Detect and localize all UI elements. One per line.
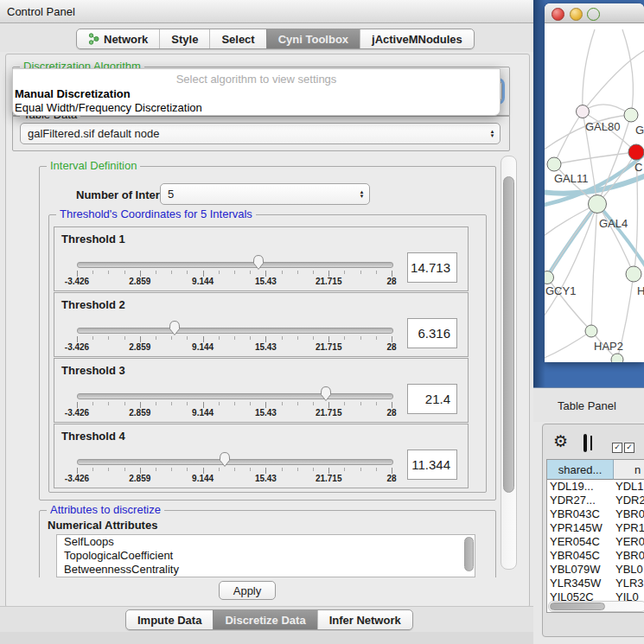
slider-tick-label: 21.715 bbox=[316, 408, 342, 418]
table-row[interactable]: YBR045CYBR0 bbox=[547, 549, 644, 563]
network-node-gal11[interactable] bbox=[547, 157, 561, 171]
slider-tick bbox=[250, 336, 251, 340]
threshold-1-slider-thumb[interactable] bbox=[252, 254, 265, 271]
threshold-2-value-field[interactable]: 6.316 bbox=[407, 318, 457, 348]
slider-tick bbox=[250, 468, 251, 471]
apply-button[interactable]: Apply bbox=[219, 581, 276, 600]
network-window: GAL80GACGAL11GAL4HGCY1HAP2 bbox=[545, 3, 644, 362]
apply-button-label: Apply bbox=[233, 584, 262, 597]
table-row[interactable]: YPR145WYPR1 bbox=[547, 521, 644, 535]
main-scrollbar-thumb[interactable] bbox=[503, 176, 514, 493]
bottom-tab-impute-data-label: Impute Data bbox=[137, 614, 201, 627]
slider-tick bbox=[219, 402, 220, 405]
slider-tick-label: 28 bbox=[386, 474, 396, 483]
table-cell-name: YLR3 bbox=[614, 577, 644, 590]
network-node-hap2[interactable] bbox=[585, 325, 597, 337]
table-cell-name: YBR0 bbox=[614, 507, 644, 521]
main-scrollbar[interactable] bbox=[501, 156, 517, 570]
threshold-1-slider-track[interactable] bbox=[77, 262, 393, 268]
table-row[interactable]: YLR345WYLR3 bbox=[547, 577, 644, 590]
threshold-2-slider-track[interactable] bbox=[77, 328, 393, 334]
bottom-tab-impute-data[interactable]: Impute Data bbox=[126, 610, 213, 629]
slider-tick bbox=[234, 402, 235, 405]
slider-tick bbox=[171, 468, 172, 471]
network-node-h[interactable] bbox=[626, 266, 641, 282]
table-cell-shared-name: YDR27... bbox=[547, 494, 614, 507]
attribute-item-betweennesscentrality[interactable]: BetweennessCentrality bbox=[57, 563, 475, 577]
network-node[interactable] bbox=[611, 354, 623, 362]
numerical-attributes-label: Numerical Attributes bbox=[48, 519, 157, 532]
network-node-c[interactable] bbox=[628, 144, 644, 160]
column-layout-icon[interactable] bbox=[583, 434, 587, 452]
network-node-gcy1[interactable] bbox=[545, 271, 554, 284]
slider-tick bbox=[108, 468, 109, 471]
column-header-shared-name[interactable]: shared... bbox=[547, 460, 614, 480]
slider-tick bbox=[187, 468, 188, 471]
combo-stepper-icon: ▲▼ bbox=[354, 190, 369, 199]
threshold-3-slider-thumb[interactable] bbox=[319, 386, 333, 402]
table-panel-title: Table Panel bbox=[558, 399, 616, 412]
checkbox-filter-icons[interactable]: ✓✓ bbox=[612, 437, 636, 453]
threshold-3-label: Threshold 3 bbox=[61, 364, 125, 377]
table-cell-shared-name: YPR145W bbox=[547, 521, 614, 535]
network-node-ga[interactable] bbox=[624, 108, 638, 122]
threshold-4-slider-thumb[interactable] bbox=[218, 451, 232, 468]
tab-jactivemnodules[interactable]: jActiveMNodules bbox=[360, 29, 474, 48]
table-data-combo[interactable]: galFiltered.sif default node ▲▼ bbox=[20, 123, 501, 144]
threshold-3-value-field[interactable]: 21.4 bbox=[407, 384, 457, 414]
slider-tick bbox=[328, 468, 329, 474]
slider-tick-label: 28 bbox=[386, 408, 396, 418]
node-table[interactable]: shared... n YDL19...YDL1YDR27...YDR2YBR0… bbox=[546, 459, 644, 613]
num-intervals-combo[interactable]: 5 ▲▼ bbox=[160, 183, 370, 205]
threshold-1-value-field[interactable]: 14.713 bbox=[407, 252, 457, 283]
popup-item-manual[interactable]: Manual Discretization bbox=[15, 87, 131, 100]
table-row[interactable]: YER054CYER0 bbox=[547, 535, 644, 549]
slider-tick-label: 9.144 bbox=[192, 474, 214, 483]
slider-tick-label: 9.144 bbox=[192, 408, 214, 418]
attribute-item-topologicalcoefficient[interactable]: TopologicalCoefficient bbox=[57, 549, 475, 563]
num-intervals-value: 5 bbox=[168, 188, 174, 201]
slider-tick-label: 2.859 bbox=[129, 277, 150, 286]
slider-tick-label: 9.144 bbox=[192, 277, 214, 286]
table-row[interactable]: YBR043CYBR0 bbox=[547, 507, 644, 521]
slider-tick-label: -3.426 bbox=[65, 474, 89, 483]
table-h-scrollbar[interactable] bbox=[548, 601, 644, 612]
bottom-tab-discretize-data[interactable]: Discretize Data bbox=[213, 610, 316, 629]
slider-tick bbox=[344, 402, 345, 405]
gear-icon[interactable]: ⚙ bbox=[553, 433, 568, 450]
table-h-scrollbar-thumb[interactable] bbox=[550, 603, 605, 610]
threshold-4-value-field[interactable]: 11.344 bbox=[407, 450, 457, 480]
zoom-traffic-light-icon[interactable] bbox=[587, 8, 600, 21]
tab-network[interactable]: Network bbox=[77, 29, 159, 48]
numerical-attributes-list[interactable]: SelfLoopsTopologicalCoefficientBetweenne… bbox=[56, 534, 475, 577]
table-panel-header: Table Panel bbox=[533, 387, 644, 422]
bottom-tab-infer-network[interactable]: Infer Network bbox=[317, 610, 412, 629]
threshold-2-slider-thumb[interactable] bbox=[168, 320, 182, 336]
top-tab-bar: NetworkStyleSelectCyni ToolboxjActiveMNo… bbox=[0, 23, 533, 52]
minimize-traffic-light-icon[interactable] bbox=[570, 8, 583, 21]
popup-item-equal-width[interactable]: Equal Width/Frequency Discretization bbox=[15, 101, 202, 114]
table-header-row: shared... n bbox=[547, 460, 644, 480]
tab-select[interactable]: Select bbox=[209, 29, 265, 48]
slider-tick-label: 2.859 bbox=[129, 342, 150, 352]
slider-tick bbox=[140, 271, 141, 277]
threshold-3-slider-track[interactable] bbox=[77, 393, 393, 399]
network-node-gal80[interactable] bbox=[577, 105, 590, 118]
table-row[interactable]: YDR27...YDR2 bbox=[547, 494, 644, 507]
slider-tick bbox=[124, 468, 125, 471]
attributes-scrollbar-thumb[interactable] bbox=[464, 537, 474, 571]
slider-tick bbox=[297, 402, 298, 405]
popup-hint: Select algorithm to view settings bbox=[13, 73, 500, 86]
network-canvas[interactable]: GAL80GACGAL11GAL4HGCY1HAP2 bbox=[545, 22, 644, 362]
column-header-name[interactable]: n bbox=[614, 460, 644, 480]
slider-tick bbox=[124, 271, 125, 274]
tab-style[interactable]: Style bbox=[159, 29, 209, 48]
attribute-item-selfloops[interactable]: SelfLoops bbox=[57, 535, 475, 549]
network-node-gal4[interactable] bbox=[589, 195, 607, 214]
tab-cyni-toolbox[interactable]: Cyni Toolbox bbox=[266, 29, 360, 48]
threshold-2-label: Threshold 2 bbox=[61, 298, 125, 311]
table-row[interactable]: YDL19...YDL1 bbox=[547, 480, 644, 494]
close-traffic-light-icon[interactable] bbox=[552, 8, 564, 21]
threshold-4-slider-track[interactable] bbox=[77, 459, 393, 465]
table-row[interactable]: YBL079WYBL0 bbox=[547, 563, 644, 577]
